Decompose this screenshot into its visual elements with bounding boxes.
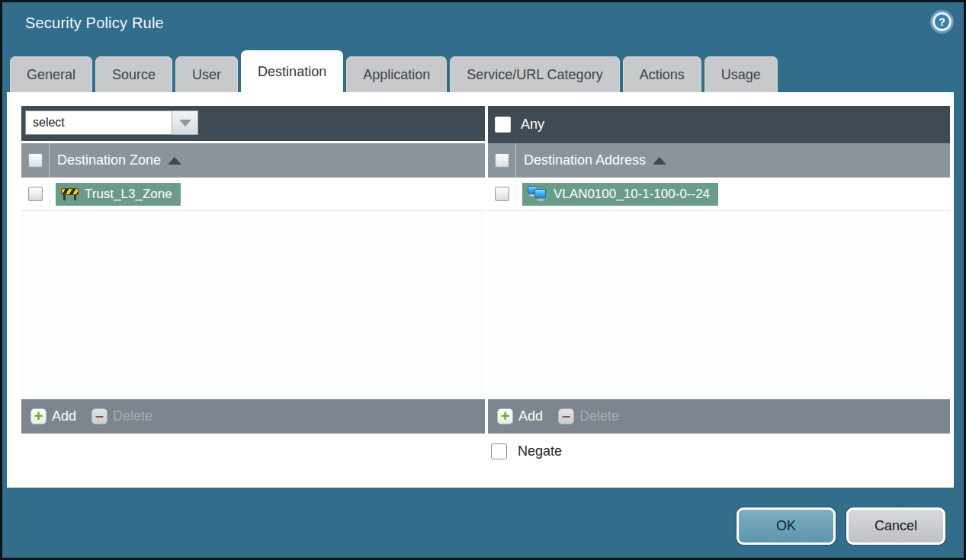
ok-button[interactable]: OK bbox=[737, 507, 836, 545]
zone-select-all-checkbox[interactable] bbox=[28, 153, 43, 168]
sort-ascending-icon bbox=[653, 157, 666, 165]
zone-list: Trust_L3_Zone bbox=[21, 178, 485, 399]
cancel-button[interactable]: Cancel bbox=[846, 507, 945, 545]
zone-footer-bar: Add Delete bbox=[21, 399, 485, 434]
dialog-title: Security Policy Rule bbox=[25, 14, 164, 32]
address-delete-button[interactable]: Delete bbox=[558, 408, 619, 424]
negate-control: Negate bbox=[491, 443, 562, 459]
address-row-checkbox[interactable] bbox=[495, 187, 509, 201]
any-label: Any bbox=[521, 117, 544, 133]
address-item-vlan0100[interactable]: VLAN0100_10-1-100-0--24 bbox=[522, 183, 718, 206]
address-list: VLAN0100_10-1-100-0--24 bbox=[488, 178, 950, 399]
address-column-header-label[interactable]: Destination Address bbox=[516, 143, 666, 178]
tab-usage[interactable]: Usage bbox=[704, 56, 778, 92]
zone-select-bar bbox=[21, 106, 485, 141]
destination-address-panel: Any Destination Address bbox=[488, 106, 950, 434]
minus-icon bbox=[91, 408, 108, 424]
zone-column-header: Destination Zone bbox=[21, 143, 485, 178]
minus-icon bbox=[558, 408, 574, 424]
zone-add-button[interactable]: Add bbox=[30, 408, 76, 424]
address-any-bar: Any bbox=[488, 106, 950, 143]
zone-select-control bbox=[25, 110, 198, 135]
address-footer-bar: Add Delete bbox=[488, 399, 950, 434]
zone-delete-button[interactable]: Delete bbox=[91, 408, 152, 424]
destination-tab-content: Destination Zone Trust_L3_Zone bbox=[7, 92, 954, 488]
negate-checkbox[interactable] bbox=[491, 443, 507, 459]
zone-select-input[interactable] bbox=[25, 110, 172, 135]
tab-actions[interactable]: Actions bbox=[623, 56, 701, 92]
address-select-all-checkbox[interactable] bbox=[495, 153, 509, 168]
zone-barrier-icon bbox=[61, 187, 79, 200]
tab-source[interactable]: Source bbox=[95, 56, 172, 92]
address-row[interactable]: VLAN0100_10-1-100-0--24 bbox=[488, 178, 950, 211]
zone-row[interactable]: Trust_L3_Zone bbox=[21, 178, 485, 211]
zone-row-checkbox[interactable] bbox=[28, 187, 43, 201]
tab-application[interactable]: Application bbox=[346, 56, 447, 92]
tab-user[interactable]: User bbox=[175, 56, 238, 92]
tab-bar: General Source User Destination Applicat… bbox=[10, 50, 778, 92]
plus-icon bbox=[497, 408, 513, 424]
address-column-header: Destination Address bbox=[488, 143, 950, 178]
plus-icon bbox=[30, 408, 47, 424]
address-add-button[interactable]: Add bbox=[497, 408, 543, 424]
tab-service-url-category[interactable]: Service/URL Category bbox=[450, 56, 619, 92]
sort-ascending-icon bbox=[168, 157, 181, 165]
network-address-icon bbox=[528, 186, 547, 202]
security-policy-rule-dialog: Security Policy Rule General Source User… bbox=[0, 0, 966, 560]
tab-general[interactable]: General bbox=[10, 56, 92, 92]
any-checkbox[interactable] bbox=[495, 117, 511, 133]
zone-column-header-label[interactable]: Destination Zone bbox=[50, 143, 181, 178]
help-icon[interactable] bbox=[932, 12, 952, 31]
zone-select-dropdown-button[interactable] bbox=[172, 110, 198, 135]
tab-destination[interactable]: Destination bbox=[241, 50, 343, 92]
chevron-down-icon bbox=[179, 120, 191, 126]
zone-item-trust-l3-zone[interactable]: Trust_L3_Zone bbox=[56, 183, 181, 206]
destination-zone-panel: Destination Zone Trust_L3_Zone bbox=[21, 106, 485, 434]
negate-label: Negate bbox=[518, 443, 562, 459]
